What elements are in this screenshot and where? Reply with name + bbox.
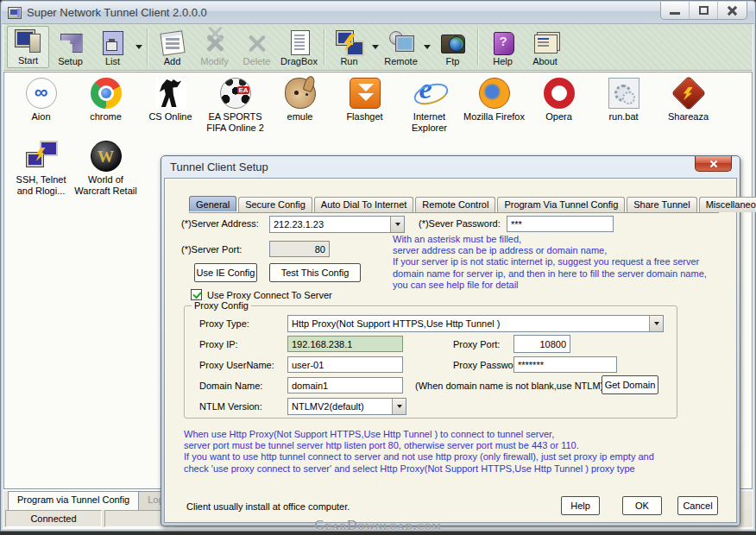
maximize-icon: [699, 6, 709, 15]
program-item-flashget[interactable]: Flashget: [332, 78, 397, 134]
toolbar-label-dragbox: DragBox: [280, 56, 318, 66]
proxy-type-combobox[interactable]: Http Proxy(Not Support HTTPS,Use Http Tu…: [287, 315, 664, 332]
ssh-computers-icon: [26, 141, 57, 172]
combo-arrow-button[interactable]: [649, 316, 663, 331]
program-label: Shareaza: [668, 111, 709, 123]
proxy-type-value: Http Proxy(Not Support HTTPS,Use Http Tu…: [288, 318, 649, 329]
toolbar-button-add[interactable]: Add: [151, 26, 193, 68]
ntlm-version-combobox[interactable]: NTLMV2(default): [287, 398, 406, 415]
fifa-soccer-ball-icon: [220, 78, 251, 109]
maximize-button[interactable]: [690, 2, 718, 19]
tab-auto-dial[interactable]: Auto Dial To Internet: [314, 197, 413, 212]
program-item-aion[interactable]: Aion: [9, 78, 73, 134]
toolbar-label-modify: Modify: [200, 56, 228, 66]
proxy-password-field[interactable]: [513, 356, 617, 373]
server-address-combobox[interactable]: 212.23.1.23: [269, 216, 405, 233]
chevron-down-icon: [372, 45, 379, 49]
toolbar-button-list[interactable]: List: [91, 26, 134, 68]
program-item-firefox[interactable]: Mozilla Firefox: [462, 78, 526, 134]
internet-explorer-icon: [414, 78, 445, 109]
server-address-label: (*)Server Address:: [181, 218, 259, 229]
tab-program-via-tunnel-config[interactable]: Program via Tunnel Config: [8, 491, 139, 510]
proxy-username-field[interactable]: [287, 356, 403, 373]
tab-share-tunnel[interactable]: Share Tunnel: [627, 197, 696, 212]
tab-secure-config[interactable]: Secure Config: [238, 197, 312, 212]
get-domain-button[interactable]: Get Domain: [602, 375, 658, 394]
toolbar-label-add: Add: [164, 56, 181, 66]
toolbar-button-dragbox[interactable]: DragBox: [278, 26, 320, 68]
proxy-ip-label: Proxy IP:: [199, 339, 238, 349]
program-item-ssh-telnet[interactable]: SSH, Telnet and Rlogi...: [9, 141, 73, 197]
proxy-port-field[interactable]: [513, 335, 570, 353]
toolbar-button-setup[interactable]: Setup: [49, 26, 91, 68]
ftp-icon: [439, 29, 467, 55]
toolbar-label-remote: Remote: [384, 56, 418, 66]
minimize-icon: [670, 12, 680, 15]
program-label: EA SPORTS FIFA Online 2: [203, 111, 268, 134]
dragbox-icon: [286, 29, 313, 55]
toolbar-button-start[interactable]: Start: [7, 26, 49, 68]
proxy-ip-field[interactable]: [287, 336, 403, 352]
toolbar-label-start: Start: [18, 55, 38, 66]
toolbar-button-about[interactable]: About: [524, 26, 566, 68]
remote-dropdown-arrow[interactable]: [422, 26, 432, 68]
cancel-button[interactable]: Cancel: [677, 496, 718, 515]
tab-general[interactable]: General: [189, 196, 236, 211]
server-hint-text: With an asterisk must be filled, server …: [393, 234, 734, 291]
toolbar-button-help[interactable]: Help: [482, 26, 524, 68]
program-item-cs-online[interactable]: CS Online: [138, 78, 203, 134]
tab-remote-control[interactable]: Remote Control: [415, 197, 495, 212]
tab-miscellaneous[interactable]: Miscellaneous: [699, 197, 756, 212]
program-item-wow[interactable]: World of Warcraft Retail: [73, 141, 138, 197]
toolbar-separator: [147, 28, 148, 66]
chevron-down-icon: [395, 223, 400, 226]
toolbar-separator: [477, 28, 478, 66]
dialog-close-button[interactable]: [695, 156, 732, 172]
use-ie-config-button[interactable]: Use IE Config: [194, 263, 257, 282]
program-label: chrome: [90, 111, 122, 123]
footer-note: Client usually install at office compute…: [186, 501, 350, 512]
test-this-config-button[interactable]: Test This Config: [269, 263, 361, 282]
toolbar-button-run[interactable]: Run: [328, 26, 370, 68]
use-proxy-checkbox[interactable]: [191, 289, 202, 300]
use-proxy-checkbox-label: Use Proxy Connect To Server: [207, 290, 332, 300]
server-password-field[interactable]: [507, 216, 614, 232]
start-icon: [15, 28, 42, 54]
setup-icon: [57, 29, 85, 55]
main-titlebar: Super Network Tunnel Client 2.0.0.0: [2, 2, 754, 24]
program-item-chrome[interactable]: chrome: [73, 78, 138, 134]
list-dropdown-arrow[interactable]: [134, 26, 143, 68]
modify-icon: [201, 29, 229, 55]
program-item-runbat[interactable]: run.bat: [591, 78, 656, 134]
domain-hint: (When domain name is not blank,use NTLM): [415, 381, 603, 391]
tab-program-via-tunnel-config[interactable]: Program Via Tunnel Config: [497, 197, 625, 212]
run-dropdown-arrow[interactable]: [370, 26, 380, 68]
toolbar-label-ftp: Ftp: [446, 56, 460, 66]
world-of-warcraft-icon: [91, 141, 122, 172]
program-item-internet-explorer[interactable]: Internet Explorer: [397, 78, 462, 134]
ok-button[interactable]: OK: [622, 496, 662, 515]
program-item-shareaza[interactable]: Shareaza: [656, 78, 721, 134]
combo-arrow-button[interactable]: [390, 217, 404, 232]
program-item-fifa-online[interactable]: EA SPORTS FIFA Online 2: [203, 78, 268, 134]
dialog-tabstrip: General Secure Config Auto Dial To Inter…: [189, 197, 719, 213]
toolbar-label-list: List: [105, 56, 120, 66]
gears-icon: [608, 78, 639, 109]
program-item-emule[interactable]: emule: [268, 78, 332, 134]
proxy-type-label: Proxy Type:: [199, 318, 249, 329]
window-title: Super Network Tunnel Client 2.0.0.0: [27, 6, 207, 19]
toolbar-button-ftp[interactable]: Ftp: [432, 26, 474, 68]
program-label: run.bat: [608, 111, 638, 123]
domain-name-label: Domain Name:: [199, 381, 262, 391]
close-button[interactable]: [718, 2, 747, 19]
combo-arrow-button[interactable]: [392, 399, 406, 414]
help-icon: [489, 29, 517, 55]
program-label: SSH, Telnet and Rlogi...: [9, 174, 73, 197]
server-port-field[interactable]: [269, 241, 330, 257]
domain-name-field[interactable]: [287, 377, 403, 393]
program-item-opera[interactable]: Opera: [526, 78, 591, 134]
toolbar-button-remote[interactable]: Remote: [380, 26, 422, 68]
dialog-titlebar: Tunnel Client Setup: [161, 156, 740, 178]
minimize-button[interactable]: [661, 2, 690, 19]
help-button[interactable]: Help: [561, 496, 600, 515]
